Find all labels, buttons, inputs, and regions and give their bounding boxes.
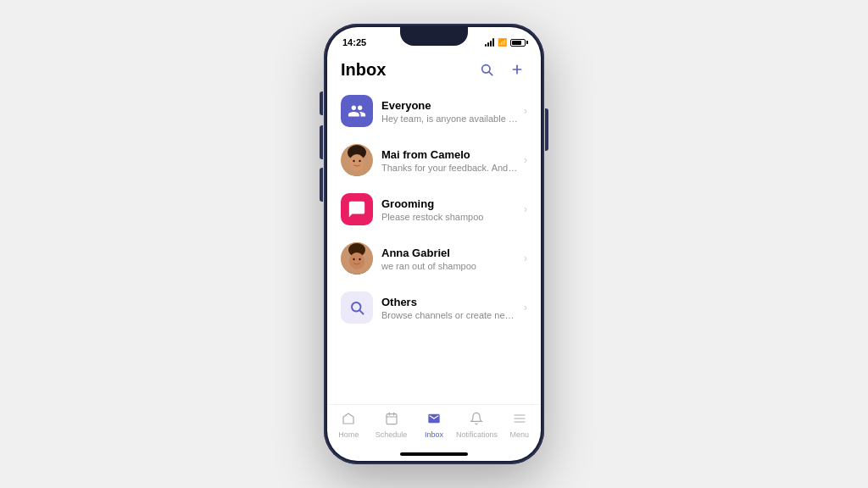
conversation-item-mai[interactable]: Mai from Camelo Thanks for your feedback… [334, 136, 534, 185]
home-indicator [400, 452, 468, 456]
conversation-item-others[interactable]: Others Browse channels or create new one… [334, 283, 534, 332]
conv-content-grooming: Grooming Please restock shampoo [381, 197, 519, 222]
conv-content-everyone: Everyone Hey team, is anyone available t… [381, 99, 519, 124]
nav-item-notifications[interactable]: Notifications [455, 412, 498, 439]
conv-name-mai: Mai from Camelo [381, 148, 519, 161]
bottom-nav: Home Schedule [327, 404, 541, 449]
chevron-icon: › [524, 252, 527, 264]
search-button[interactable] [476, 59, 497, 80]
nav-item-home[interactable]: Home [327, 412, 370, 439]
svg-rect-16 [387, 414, 397, 424]
conversation-item-grooming[interactable]: Grooming Please restock shampoo › [334, 185, 534, 234]
page-title: Inbox [341, 60, 386, 80]
conv-preview-anna: we ran out of shampoo [381, 261, 519, 271]
svg-point-6 [349, 154, 364, 171]
home-icon [342, 412, 355, 429]
phone-screen: 14:25 📶 Inbox [327, 27, 541, 461]
nav-item-inbox[interactable]: Inbox [413, 412, 455, 439]
conv-content-anna: Anna Gabriel we ran out of shampoo [381, 247, 519, 271]
nav-label-notifications: Notifications [456, 430, 498, 439]
header-actions [476, 59, 527, 80]
conv-preview-mai: Thanks for your feedback. And feel free.… [381, 163, 519, 173]
menu-icon [513, 412, 526, 429]
volume-up-button [320, 125, 323, 159]
app-header: Inbox [327, 54, 541, 86]
status-icons: 📶 [485, 38, 526, 47]
power-button [545, 108, 548, 151]
conv-preview-others: Browse channels or create new one [381, 310, 519, 320]
svg-line-15 [359, 310, 363, 313]
conversation-item-everyone[interactable]: Everyone Hey team, is anyone available t… [334, 86, 534, 136]
chevron-icon: › [524, 154, 527, 166]
avatar-others [341, 291, 373, 324]
nav-label-home: Home [338, 430, 359, 439]
signal-icon [485, 38, 494, 47]
wifi-icon: 📶 [498, 38, 507, 47]
svg-point-8 [359, 160, 360, 162]
chevron-icon: › [524, 302, 527, 313]
nav-label-schedule: Schedule [376, 430, 408, 439]
nav-item-menu[interactable]: Menu [498, 412, 541, 439]
conv-preview-grooming: Please restock shampoo [381, 212, 519, 222]
avatar-anna [341, 242, 373, 274]
conversation-item-anna[interactable]: Anna Gabriel we ran out of shampoo › [334, 234, 534, 283]
avatar-mai [341, 144, 373, 176]
conv-name-others: Others [381, 296, 519, 308]
inbox-icon [426, 412, 442, 429]
avatar-everyone [341, 95, 373, 127]
conversation-list: Everyone Hey team, is anyone available t… [327, 86, 541, 404]
conv-name-everyone: Everyone [381, 99, 519, 112]
chevron-icon: › [524, 203, 527, 215]
silent-button [320, 92, 323, 115]
conv-preview-everyone: Hey team, is anyone available this Thur.… [381, 114, 519, 124]
status-time: 14:25 [342, 37, 366, 47]
nav-label-menu: Menu [510, 430, 530, 439]
schedule-icon [385, 412, 398, 429]
avatar-grooming [341, 193, 373, 225]
chevron-icon: › [524, 105, 527, 117]
add-button[interactable] [507, 59, 527, 80]
battery-icon [510, 39, 526, 47]
conv-content-mai: Mai from Camelo Thanks for your feedback… [381, 148, 519, 173]
conv-content-others: Others Browse channels or create new one [381, 296, 519, 320]
nav-item-schedule[interactable]: Schedule [370, 412, 412, 439]
svg-point-13 [359, 258, 360, 260]
svg-point-11 [349, 252, 364, 269]
conv-name-anna: Anna Gabriel [381, 247, 519, 259]
notch [400, 27, 468, 46]
svg-point-7 [353, 160, 354, 162]
svg-point-12 [353, 258, 354, 260]
volume-down-button [320, 168, 323, 202]
svg-line-1 [489, 72, 492, 75]
notifications-icon [470, 412, 483, 429]
phone-frame: 14:25 📶 Inbox [324, 24, 544, 464]
conv-name-grooming: Grooming [381, 197, 519, 210]
nav-label-inbox: Inbox [425, 430, 443, 439]
